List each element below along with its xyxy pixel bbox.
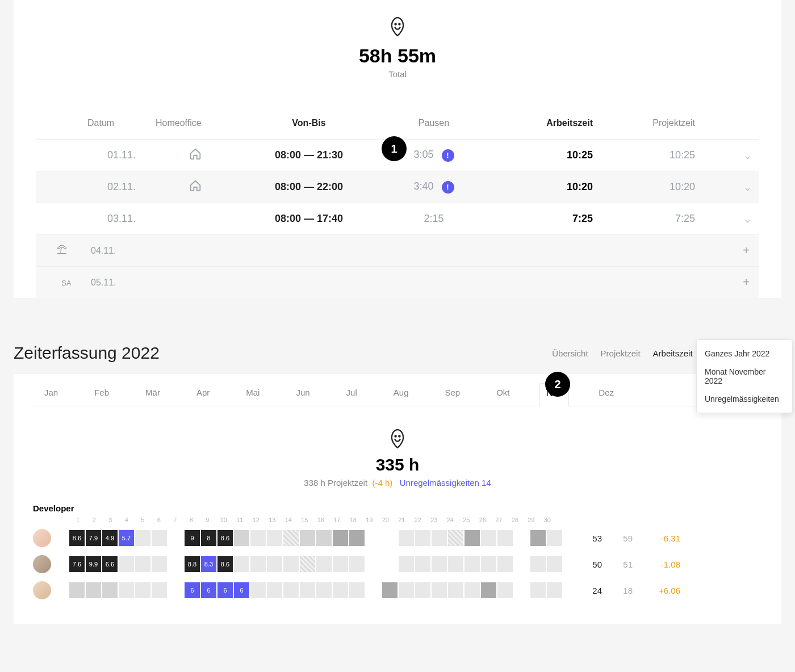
calendar-cell[interactable] [135,582,150,598]
calendar-cell[interactable] [349,582,365,598]
calendar-cell[interactable] [234,556,249,572]
calendar-cell[interactable] [497,582,513,598]
calendar-cell[interactable]: *6 [185,582,200,598]
calendar-cell[interactable] [316,582,332,598]
calendar-cell[interactable] [234,530,249,546]
calendar-cell[interactable] [514,582,529,598]
calendar-cell[interactable] [530,582,546,598]
calendar-cell[interactable] [152,556,167,572]
calendar-cell[interactable]: 4.9 [102,530,118,546]
calendar-cell[interactable] [514,530,529,546]
calendar-cell[interactable] [333,582,348,598]
month-tab-jun[interactable]: Jun [289,383,316,406]
calendar-cell[interactable] [283,556,299,572]
calendar-cell[interactable] [300,582,315,598]
calendar-cell[interactable] [497,530,513,546]
calendar-cell[interactable] [547,556,562,572]
calendar-cell[interactable] [135,530,150,546]
calendar-cell[interactable] [152,530,167,546]
calendar-cell[interactable] [366,530,381,546]
alert-icon[interactable]: ! [442,181,454,194]
calendar-cell[interactable]: 6.6 [102,556,118,572]
month-tab-okt[interactable]: Okt [489,383,516,406]
calendar-cell[interactable] [382,556,398,572]
calendar-cell[interactable] [547,530,562,546]
add-icon[interactable]: + [736,244,759,257]
calendar-cell[interactable] [300,556,315,572]
calendar-cell[interactable]: 8.6 [217,530,233,546]
calendar-cell[interactable] [465,582,480,598]
calendar-cell[interactable]: 9.9 [86,556,101,572]
calendar-cell[interactable] [432,556,447,572]
avatar[interactable] [33,581,51,599]
calendar-cell[interactable] [69,582,85,598]
dropdown-item-year[interactable]: Ganzes Jahr 2022 [697,345,792,363]
tab-arbeitszeit[interactable]: Arbeitszeit [653,348,693,358]
month-tab-sep[interactable]: Sep [438,383,467,406]
chevron-down-icon[interactable]: ⌄ [712,149,759,162]
calendar-cell[interactable] [333,556,348,572]
calendar-cell[interactable] [497,556,513,572]
calendar-cell[interactable] [399,556,414,572]
calendar-cell[interactable] [316,530,332,546]
calendar-cell[interactable] [119,582,134,598]
calendar-cell[interactable] [135,556,150,572]
calendar-cell[interactable]: 9 [185,530,200,546]
calendar-cell[interactable] [152,582,167,598]
calendar-cell[interactable] [399,530,414,546]
calendar-cell[interactable] [349,556,365,572]
calendar-cell[interactable] [415,582,430,598]
calendar-cell[interactable]: 8.6 [217,556,233,572]
calendar-cell[interactable] [316,556,332,572]
calendar-cell[interactable] [399,582,414,598]
overview-irreg[interactable]: Unregelmässigkeiten 14 [400,478,491,488]
month-tab-jan[interactable]: Jan [37,383,65,406]
avatar[interactable] [33,555,51,573]
calendar-cell[interactable] [267,530,282,546]
calendar-cell[interactable] [250,556,266,572]
empty-row[interactable]: ⛱04.11.+ [36,234,759,266]
tab-overview[interactable]: Übersicht [552,348,588,358]
calendar-cell[interactable] [481,582,496,598]
calendar-cell[interactable] [349,530,365,546]
month-tab-dez[interactable]: Dez [592,383,621,406]
chevron-down-icon[interactable]: ⌄ [712,213,759,225]
calendar-cell[interactable] [333,530,348,546]
calendar-cell[interactable] [432,582,447,598]
calendar-cell[interactable] [267,556,282,572]
calendar-cell[interactable]: 8 [201,530,216,546]
calendar-cell[interactable] [267,582,282,598]
calendar-cell[interactable] [530,556,546,572]
calendar-cell[interactable] [514,556,529,572]
calendar-cell[interactable] [168,582,183,598]
month-tab-mär[interactable]: Mär [139,383,167,406]
dropdown-item-irreg[interactable]: Unregelmässigkeiten [697,390,792,408]
calendar-cell[interactable] [119,556,134,572]
calendar-cell[interactable] [300,530,315,546]
calendar-cell[interactable] [168,530,183,546]
empty-row[interactable]: SA05.11.+ [36,266,759,298]
calendar-cell[interactable]: *6 [234,582,249,598]
calendar-cell[interactable] [465,556,480,572]
calendar-cell[interactable]: 7.9 [86,530,101,546]
month-tab-apr[interactable]: Apr [190,383,216,406]
calendar-cell[interactable] [448,530,463,546]
calendar-cell[interactable] [283,582,299,598]
calendar-cell[interactable] [415,530,430,546]
calendar-cell[interactable]: 7.6 [69,556,85,572]
chevron-down-icon[interactable]: ⌄ [712,181,759,194]
table-row[interactable]: 03.11.08:00 — 17:402:157:257:25⌄ [36,203,759,234]
dropdown-item-month[interactable]: Monat November 2022 [697,363,792,390]
calendar-cell[interactable] [250,582,266,598]
calendar-cell[interactable] [448,556,463,572]
calendar-cell[interactable] [481,556,496,572]
calendar-cell[interactable] [415,556,430,572]
calendar-cell[interactable] [366,556,381,572]
calendar-cell[interactable]: *6 [201,582,216,598]
calendar-cell[interactable] [481,530,496,546]
calendar-cell[interactable] [168,556,183,572]
calendar-cell[interactable]: 8.6 [69,530,85,546]
calendar-cell[interactable]: 5.7 [119,530,134,546]
month-tab-jul[interactable]: Jul [340,383,364,406]
tab-projektzeit[interactable]: Projektzeit [601,348,641,358]
